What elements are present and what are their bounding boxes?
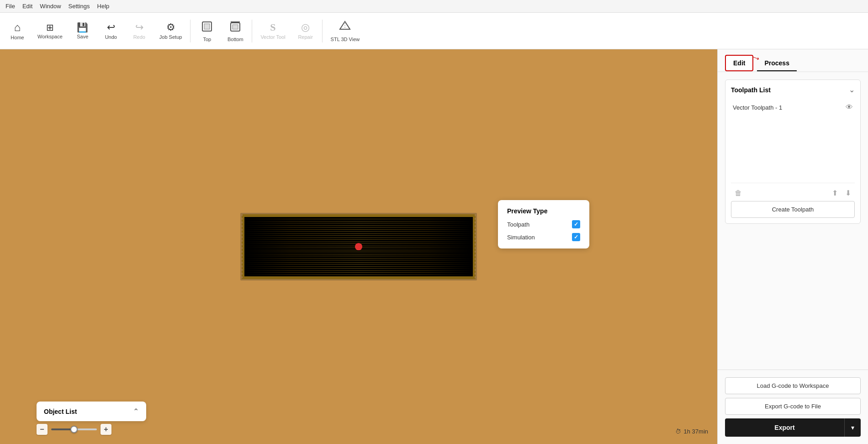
stl-3d-icon [339, 20, 351, 35]
bottom-button[interactable]: Bottom [222, 17, 249, 45]
undo-icon: ↩ [107, 22, 115, 32]
engraving-piece [240, 213, 477, 280]
bottom-actions: Load G-code to Workspace Export G-code t… [718, 370, 868, 444]
edit-tab[interactable]: Edit [725, 55, 753, 71]
workspace-canvas: Preview Type Toolpath Simulation Object … [0, 49, 717, 444]
home-label: Home [11, 35, 24, 40]
panel-content: Toolpath List ⌄ Vector Toolpath - 1 👁 🗑 … [718, 72, 868, 370]
toolbar-divider-2 [252, 20, 252, 42]
repair-label: Repair [298, 34, 312, 40]
export-row: Export ▾ [725, 418, 861, 437]
canvas-area[interactable]: Preview Type Toolpath Simulation Object … [0, 49, 717, 444]
save-button[interactable]: 💾 Save [69, 20, 96, 42]
top-icon [201, 20, 213, 35]
clock-icon: ⏱ [675, 428, 681, 435]
piece-dotted-left [241, 214, 243, 279]
menu-settings[interactable]: Settings [69, 3, 90, 10]
redo-button: ↪ Redo [126, 20, 153, 42]
simulation-preview-label: Simulation [507, 234, 535, 241]
home-icon: ⌂ [14, 22, 21, 33]
zoom-slider[interactable] [51, 428, 97, 430]
redo-icon: ↪ [135, 22, 143, 32]
toolpath-section: Toolpath List ⌄ Vector Toolpath - 1 👁 🗑 … [725, 79, 861, 224]
job-setup-icon: ⚙ [166, 22, 175, 32]
eye-visibility-icon[interactable]: 👁 [846, 103, 853, 111]
simulation-preview-row: Simulation [507, 233, 580, 241]
simulation-checkbox[interactable] [572, 233, 580, 241]
toolpath-section-header: Toolpath List ⌄ [731, 85, 855, 94]
undo-button[interactable]: ↩ Undo [97, 20, 125, 42]
process-tab[interactable]: Process [757, 56, 796, 71]
toolpath-preview-label: Toolpath [507, 221, 529, 228]
undo-label: Undo [105, 34, 117, 40]
move-down-icon[interactable]: ⬇ [843, 187, 853, 199]
workspace-icon: ⊞ [46, 23, 54, 32]
toolpath-name: Vector Toolpath - 1 [733, 104, 782, 111]
piece-dotted-right [475, 214, 476, 279]
zoom-in-button[interactable]: + [101, 424, 111, 435]
center-dot [355, 243, 362, 250]
toolpath-section-title: Toolpath List [731, 86, 771, 94]
top-label: Top [203, 37, 212, 42]
redo-label: Redo [133, 34, 145, 40]
zoom-controls: − + [37, 424, 111, 435]
bottom-icon [229, 20, 242, 35]
object-list-chevron[interactable]: ⌃ [133, 407, 139, 416]
object-panel-header: Object List ⌃ [44, 407, 139, 416]
toolpath-checkbox[interactable] [572, 220, 580, 228]
home-button[interactable]: ⌂ Home [4, 19, 31, 43]
top-button[interactable]: Top [193, 17, 221, 45]
toolbar-divider-3 [322, 20, 323, 42]
vector-tool-label: Vector Tool [260, 34, 285, 40]
object-list-panel: Object List ⌃ [37, 402, 146, 421]
vector-tool-button: S Vector Tool [255, 20, 291, 42]
toolpath-list-empty-area [731, 115, 855, 179]
stl-3d-view-button[interactable]: STL 3D View [325, 17, 365, 45]
menu-edit[interactable]: Edit [22, 3, 32, 10]
menu-bar: File Edit Window Settings Help [0, 0, 868, 13]
save-label: Save [77, 34, 88, 39]
preview-popup-title: Preview Type [507, 207, 580, 215]
preview-popup: Preview Type Toolpath Simulation [498, 200, 589, 248]
svg-rect-1 [204, 24, 210, 29]
zoom-out-button[interactable]: − [37, 424, 48, 435]
piece-inner [244, 217, 473, 276]
move-up-icon[interactable]: ⬆ [830, 187, 840, 199]
vector-tool-icon: S [270, 22, 275, 32]
toolpath-preview-row: Toolpath [507, 220, 580, 228]
workspace-label: Workspace [37, 34, 63, 39]
object-list-title: Object List [44, 408, 77, 415]
svg-rect-4 [233, 25, 238, 29]
create-toolpath-button[interactable]: Create Toolpath [731, 201, 855, 218]
stl-3d-view-label: STL 3D View [331, 37, 360, 42]
export-button[interactable]: Export [725, 418, 844, 437]
export-gcode-file-button[interactable]: Export G-code to File [725, 398, 861, 415]
job-setup-button[interactable]: ⚙ Job Setup [154, 20, 188, 42]
save-icon: 💾 [77, 23, 88, 32]
toolpath-item: Vector Toolpath - 1 👁 [731, 100, 855, 115]
workspace-button[interactable]: ⊞ Workspace [32, 20, 68, 42]
main-layout: Preview Type Toolpath Simulation Object … [0, 49, 868, 444]
menu-file[interactable]: File [5, 3, 15, 10]
bottom-label: Bottom [228, 37, 243, 42]
right-panel: Edit → Process Toolpath List ⌄ Vector To… [717, 49, 868, 444]
menu-help[interactable]: Help [97, 3, 110, 10]
toolpath-actions: 🗑 ⬆ ⬇ [731, 183, 855, 201]
load-gcode-button[interactable]: Load G-code to Workspace [725, 377, 861, 394]
piece-outer [240, 213, 477, 280]
job-setup-label: Job Setup [159, 34, 182, 40]
toolbar-divider [190, 20, 191, 42]
menu-window[interactable]: Window [40, 3, 61, 10]
delete-icon[interactable]: 🗑 [733, 187, 744, 199]
repair-button: ◎ Repair [292, 20, 319, 42]
toolbar: ⌂ Home ⊞ Workspace 💾 Save ↩ Undo ↪ Redo … [0, 13, 868, 49]
export-dropdown-button[interactable]: ▾ [844, 418, 861, 437]
panel-tabs: Edit → Process [718, 49, 868, 72]
toolpath-list-chevron[interactable]: ⌄ [849, 85, 855, 94]
time-estimate: ⏱ 1h 37min [675, 428, 708, 435]
time-value: 1h 37min [684, 428, 708, 435]
repair-icon: ◎ [301, 22, 310, 32]
